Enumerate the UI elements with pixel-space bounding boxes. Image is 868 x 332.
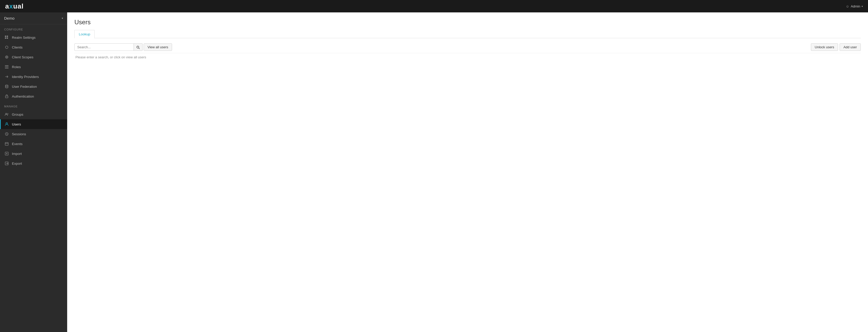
list-icon — [4, 64, 9, 69]
clock-icon — [4, 131, 9, 137]
sidebar: Demo ▾ Configure Realm Settings Clients — [0, 12, 67, 332]
sidebar-item-label: Users — [12, 122, 21, 126]
sidebar-item-realm-settings[interactable]: Realm Settings — [0, 33, 67, 42]
user-chevron-icon: ▾ — [862, 5, 863, 8]
users-toolbar: View all users Unlock users Add user — [74, 43, 861, 51]
svg-rect-9 — [5, 68, 8, 68]
export-icon — [4, 161, 9, 166]
tab-lookup[interactable]: Lookup — [74, 30, 95, 38]
sidebar-item-events[interactable]: Events — [0, 139, 67, 149]
user-label: Admin — [851, 4, 860, 8]
import-icon — [4, 151, 9, 156]
brand: axual — [5, 2, 24, 10]
navbar: axual ☺ Admin ▾ — [0, 0, 868, 12]
sidebar-item-label: Export — [12, 162, 22, 165]
toolbar-left: View all users — [74, 43, 172, 51]
realm-selector[interactable]: Demo ▾ — [0, 12, 67, 24]
svg-rect-1 — [7, 36, 8, 37]
svg-rect-19 — [5, 142, 8, 145]
sidebar-item-import[interactable]: Import — [0, 149, 67, 159]
sidebar-item-authentication[interactable]: Authentication — [0, 91, 67, 101]
sidebar-item-sessions[interactable]: Sessions — [0, 129, 67, 139]
sidebar-item-users[interactable]: Users — [0, 119, 67, 129]
unlock-users-button[interactable]: Unlock users — [811, 43, 838, 51]
sidebar-item-label: Sessions — [12, 132, 26, 136]
svg-rect-8 — [5, 67, 8, 67]
manage-section-label: Manage — [0, 101, 67, 109]
sidebar-item-label: Import — [12, 152, 22, 156]
lock-icon — [4, 94, 9, 99]
sidebar-item-label: Identity Providers — [12, 75, 39, 79]
sidebar-item-clients[interactable]: Clients — [0, 42, 67, 52]
circle-icon — [4, 45, 9, 50]
sidebar-item-label: User Federation — [12, 85, 37, 89]
calendar-icon — [4, 141, 9, 146]
main-layout: Demo ▾ Configure Realm Settings Clients — [0, 12, 868, 332]
logo: axual — [5, 2, 24, 10]
svg-point-22 — [137, 46, 139, 48]
svg-point-6 — [6, 57, 7, 58]
add-user-button[interactable]: Add user — [840, 43, 861, 51]
user-icon: ☺ — [846, 4, 849, 8]
sidebar-item-export[interactable]: Export — [0, 159, 67, 168]
user-menu[interactable]: ☺ Admin ▾ — [846, 4, 863, 8]
search-wrapper — [74, 43, 143, 51]
toolbar-right: Unlock users Add user — [811, 43, 861, 51]
sidebar-item-roles[interactable]: Roles — [0, 62, 67, 72]
sidebar-item-groups[interactable]: Groups — [0, 109, 67, 119]
svg-rect-3 — [7, 37, 8, 39]
sidebar-item-label: Groups — [12, 112, 23, 117]
sidebar-item-identity-providers[interactable]: Identity Providers — [0, 72, 67, 81]
user-icon — [4, 122, 9, 127]
sidebar-item-label: Roles — [12, 65, 21, 69]
view-all-users-button[interactable]: View all users — [144, 43, 172, 51]
database-icon — [4, 84, 9, 89]
grid-icon — [4, 35, 9, 40]
sidebar-item-label: Authentication — [12, 95, 34, 98]
svg-line-23 — [139, 48, 140, 49]
svg-point-5 — [5, 56, 8, 58]
users-group-icon — [4, 112, 9, 117]
realm-chevron-icon: ▾ — [62, 17, 63, 20]
tabs: Lookup — [74, 30, 861, 38]
sidebar-item-label: Clients — [12, 45, 23, 49]
svg-rect-14 — [5, 96, 8, 98]
page-title: Users — [74, 19, 861, 26]
sidebar-item-label: Realm Settings — [12, 36, 36, 39]
svg-point-17 — [6, 123, 7, 124]
svg-point-16 — [7, 113, 8, 114]
search-input[interactable] — [74, 43, 134, 51]
svg-point-4 — [5, 46, 8, 48]
sidebar-item-label: Client Scopes — [12, 55, 33, 59]
content-area: Users Lookup View all users — [67, 12, 868, 332]
share-icon — [4, 74, 9, 79]
svg-rect-7 — [5, 65, 8, 66]
sidebar-item-user-federation[interactable]: User Federation — [0, 81, 67, 91]
svg-rect-2 — [5, 37, 6, 39]
svg-point-13 — [5, 85, 8, 86]
search-hint: Please enter a search, or click on view … — [74, 53, 861, 61]
configure-section-label: Configure — [0, 24, 67, 33]
realm-name: Demo — [4, 16, 14, 21]
sidebar-item-client-scopes[interactable]: Client Scopes — [0, 52, 67, 62]
target-icon — [4, 55, 9, 60]
search-button[interactable] — [134, 43, 143, 51]
sidebar-item-label: Events — [12, 142, 23, 146]
svg-rect-0 — [5, 36, 6, 37]
